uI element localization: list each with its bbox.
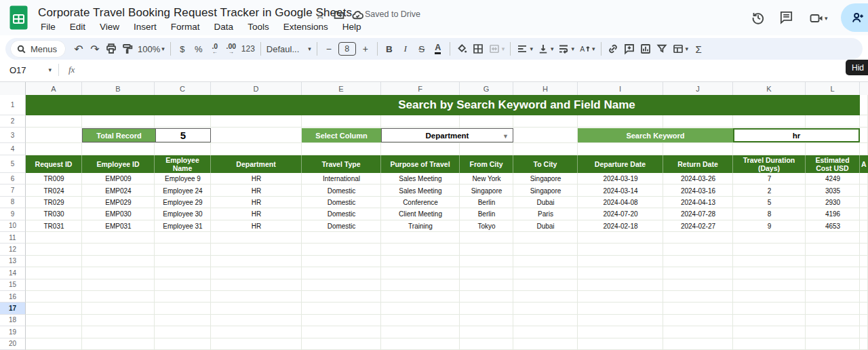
grid-cell[interactable] [381,326,460,338]
data-cell[interactable]: Domestic [302,220,381,232]
row-header-19[interactable]: 19 [0,326,26,338]
decrease-decimal-button[interactable]: .0← [207,41,223,57]
grid-cell[interactable] [460,291,513,303]
menu-file[interactable]: File [35,21,61,33]
number-format-button[interactable]: 123 [239,41,257,57]
text-rotation-button[interactable]: A ▾ [576,41,597,57]
column-header-I[interactable]: I [578,82,663,96]
column-header-H[interactable]: H [513,82,578,96]
data-cell[interactable]: Client Meeting [381,208,460,220]
grid-cell[interactable] [663,291,733,303]
grid-cell[interactable] [211,128,302,143]
data-cell[interactable]: Singapore [513,173,578,184]
grid-cell[interactable] [460,232,513,244]
grid-cell[interactable] [860,128,868,143]
redo-button[interactable]: ↷ [87,41,103,57]
grid-cell[interactable] [860,267,868,279]
row-header-16[interactable]: 16 [0,291,26,303]
grid-cell[interactable] [860,143,868,155]
grid-cell[interactable] [460,267,513,279]
grid-cell[interactable] [381,303,460,314]
data-cell[interactable]: Dubai [513,220,578,232]
grid-cell[interactable] [381,232,460,244]
grid-cell[interactable] [806,291,860,303]
grid-cell[interactable] [302,291,381,303]
grid-cell[interactable] [82,326,155,338]
data-cell[interactable]: 4249 [806,173,860,184]
grid-cell[interactable] [381,279,460,291]
grid-cell[interactable] [26,267,82,279]
grid-cell[interactable] [513,279,578,291]
data-cell[interactable]: Paris [513,208,578,220]
grid-cell[interactable] [578,303,663,314]
data-cell[interactable]: 2024-07-28 [663,208,733,220]
grid-cell[interactable] [663,315,733,326]
data-cell[interactable]: 2024-03-16 [663,184,733,196]
grid-cell[interactable] [302,256,381,267]
grid-cell[interactable] [663,279,733,291]
increase-font-size-button[interactable]: + [357,41,374,57]
grid-cell[interactable] [513,256,578,267]
grid-cell[interactable] [513,303,578,314]
grid-cell[interactable] [578,115,663,128]
grid-cell[interactable] [211,338,302,350]
grid-cell[interactable] [26,128,82,143]
grid-cell[interactable] [302,115,381,128]
grid-cell[interactable] [806,326,860,338]
data-cell[interactable]: New York [460,173,513,184]
data-cell[interactable]: Employee 9 [155,173,211,184]
data-cell[interactable]: Employee 24 [155,184,211,196]
grid-cell[interactable] [211,315,302,326]
grid-cell[interactable] [155,338,211,350]
row-header-3[interactable]: 3 [0,128,26,143]
row-header-14[interactable]: 14 [0,267,26,279]
format-percent-button[interactable]: % [191,41,207,57]
grid-cell[interactable] [155,326,211,338]
table-header-cell[interactable]: Estimated Cost USD [806,155,860,173]
data-cell[interactable]: EMP024 [82,184,155,196]
grid-cell[interactable] [860,303,868,314]
grid-cell[interactable] [460,303,513,314]
grid-cell[interactable] [155,291,211,303]
row-header-5[interactable]: 5 [0,155,26,173]
grid-cell[interactable] [806,279,860,291]
grid-cell[interactable] [663,256,733,267]
italic-button[interactable]: I [397,41,414,57]
grid-cell[interactable] [663,244,733,255]
grid-cell[interactable] [26,244,82,255]
merge-cells-button[interactable]: ▾ [486,41,507,57]
grid-cell[interactable] [26,232,82,244]
grid-cell[interactable] [806,256,860,267]
data-cell[interactable]: Sales Meeting [381,173,460,184]
grid-cell[interactable] [155,244,211,255]
data-cell[interactable]: Dubai [513,197,578,208]
toolbar-search-menus[interactable]: Menus [11,41,65,57]
grid-cell[interactable] [381,256,460,267]
grid-cell[interactable] [460,338,513,350]
grid-cell[interactable] [82,303,155,314]
data-cell[interactable]: Employee 29 [155,197,211,208]
borders-button[interactable] [470,41,486,57]
menu-view[interactable]: View [94,21,125,33]
data-cell[interactable]: Sales Meeting [381,184,460,196]
menu-format[interactable]: Format [165,21,205,33]
move-folder-icon[interactable] [332,8,346,22]
insert-link-button[interactable] [605,41,621,57]
data-cell[interactable]: 3035 [806,184,860,196]
table-header-cell[interactable]: Employee Name [155,155,211,173]
grid-cell[interactable] [381,244,460,255]
grid-cell[interactable] [82,279,155,291]
grid-cell[interactable] [302,143,381,155]
data-cell[interactable]: 2024-07-20 [578,208,663,220]
row-header-13[interactable]: 13 [0,256,26,267]
data-cell[interactable]: Domestic [302,208,381,220]
grid-cell[interactable] [26,315,82,326]
table-views-button[interactable]: ▾ [670,41,691,57]
data-cell[interactable]: Tokyo [460,220,513,232]
column-header-partial[interactable] [860,82,868,96]
data-cell[interactable]: Training [381,220,460,232]
column-header-L[interactable]: L [806,82,860,96]
grid-cell[interactable] [663,143,733,155]
grid-cell[interactable] [860,173,868,184]
column-header-F[interactable]: F [381,82,460,96]
